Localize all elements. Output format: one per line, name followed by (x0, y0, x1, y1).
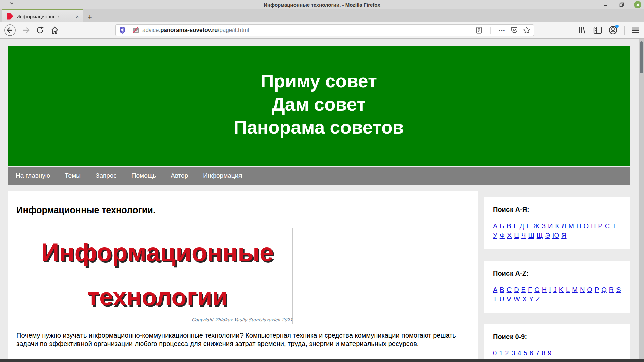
letter-link[interactable]: Т (612, 222, 616, 230)
digit-link[interactable]: 2 (505, 349, 509, 357)
letter-link[interactable]: L (566, 286, 570, 293)
digit-link[interactable]: 0 (493, 349, 497, 357)
letter-link[interactable]: I (549, 286, 551, 293)
letter-link[interactable]: X (522, 295, 527, 303)
letter-link[interactable]: Ж (533, 222, 539, 230)
letter-link[interactable]: Щ (537, 232, 543, 239)
tab-close-icon[interactable]: × (75, 14, 79, 19)
letter-link[interactable]: Q (601, 286, 607, 293)
hamburger-menu-icon[interactable] (631, 27, 639, 34)
letter-link[interactable]: J (553, 286, 557, 293)
reload-button[interactable] (36, 26, 44, 34)
restore-button[interactable] (618, 1, 625, 8)
letter-link[interactable]: Н (576, 222, 581, 230)
letter-link[interactable]: Л (561, 222, 566, 230)
letter-link[interactable]: H (542, 286, 547, 293)
letter-link[interactable]: К (555, 222, 559, 230)
letter-link[interactable]: T (493, 295, 497, 303)
digit-link[interactable]: 5 (524, 349, 527, 357)
site-nav-link[interactable]: Автор (171, 172, 188, 179)
letter-link[interactable]: П (591, 222, 596, 230)
digit-link[interactable]: 6 (530, 349, 533, 357)
tracking-protection-shield-icon[interactable] (119, 26, 126, 34)
tab-informacionnye[interactable]: Информационные × (2, 9, 83, 22)
letter-link[interactable]: Э (545, 232, 550, 239)
forward-button[interactable] (22, 26, 30, 34)
reader-mode-icon[interactable] (476, 26, 482, 34)
letter-link[interactable]: М (568, 222, 574, 230)
letter-link[interactable]: У (493, 232, 497, 239)
letter-link[interactable]: Ю (552, 232, 559, 239)
letter-link[interactable]: P (595, 286, 599, 293)
letter-link[interactable]: O (587, 286, 592, 293)
letter-link[interactable]: А (493, 222, 497, 230)
close-button[interactable] (634, 1, 641, 8)
letter-link[interactable]: И (548, 222, 553, 230)
site-nav-link[interactable]: Информация (203, 172, 242, 179)
url-path: /page/it.html (218, 27, 249, 33)
letter-link[interactable]: Р (598, 222, 602, 230)
digit-link[interactable]: 8 (542, 349, 545, 357)
letter-link[interactable]: W (514, 295, 520, 303)
page-actions-icon[interactable]: ••• (499, 28, 505, 33)
url-text[interactable]: advice.panorama-sovetov.ru/page/it.html (142, 27, 472, 34)
site-nav-link[interactable]: Помощь (131, 172, 156, 179)
letter-link[interactable]: Ч (521, 232, 526, 239)
letter-link[interactable]: Б (500, 222, 504, 230)
digit-link[interactable]: 1 (499, 349, 503, 357)
letter-link[interactable]: N (580, 286, 585, 293)
letter-link[interactable]: U (499, 295, 504, 303)
letter-link[interactable]: Y (529, 295, 533, 303)
digit-link[interactable]: 4 (518, 349, 521, 357)
letter-link[interactable]: Z (536, 295, 540, 303)
sidebar-toggle-icon[interactable] (593, 26, 602, 34)
new-tab-button[interactable]: + (88, 14, 92, 21)
letter-link[interactable]: D (514, 286, 519, 293)
letter-link[interactable]: С (605, 222, 610, 230)
toolbar-right-buttons (578, 26, 641, 35)
letter-link[interactable]: B (500, 286, 504, 293)
url-bar[interactable]: advice.panorama-sovetov.ru/page/it.html … (115, 24, 534, 36)
letter-link[interactable]: R (609, 286, 614, 293)
digit-link[interactable]: 9 (548, 349, 551, 357)
letter-link[interactable]: S (616, 286, 621, 293)
window-title: Информационные технологии. - Mozilla Fir… (0, 2, 644, 8)
letter-link[interactable]: Ф (500, 232, 505, 239)
page-scrollbar[interactable] (639, 39, 644, 359)
home-button[interactable] (50, 26, 59, 35)
letter-link[interactable]: О (583, 222, 589, 230)
letter-link[interactable]: Х (507, 232, 512, 239)
pocket-icon[interactable] (511, 27, 518, 34)
letter-link[interactable]: G (534, 286, 540, 293)
scrollbar-thumb[interactable] (640, 41, 643, 73)
letter-link[interactable]: C (507, 286, 512, 293)
letter-link[interactable]: M (572, 286, 578, 293)
letter-link[interactable]: V (507, 295, 511, 303)
digit-links-row: 0123456789 (493, 349, 621, 358)
back-button[interactable] (4, 24, 16, 36)
digit-link[interactable]: 3 (511, 349, 515, 357)
letter-link[interactable]: Ц (514, 232, 519, 239)
site-nav-link[interactable]: Запрос (96, 172, 117, 179)
letter-link[interactable]: Е (526, 222, 531, 230)
letter-link[interactable]: З (542, 222, 546, 230)
letter-link[interactable]: Я (561, 232, 566, 239)
letter-link[interactable]: Ш (528, 232, 534, 239)
url-domain: panorama-sovetov.ru (160, 27, 218, 33)
digit-link[interactable]: 7 (536, 349, 539, 357)
letter-link[interactable]: F (528, 286, 532, 293)
letter-link[interactable]: A (493, 286, 497, 293)
letter-link[interactable]: K (559, 286, 564, 293)
letter-link[interactable]: Д (520, 222, 524, 230)
bookmark-star-icon[interactable] (523, 26, 530, 34)
library-icon[interactable] (578, 26, 587, 34)
account-icon[interactable] (609, 26, 618, 35)
letter-link[interactable]: Г (514, 222, 517, 230)
letter-link[interactable]: В (506, 222, 511, 230)
site-nav-link[interactable]: Темы (65, 172, 81, 179)
letter-link[interactable]: E (521, 286, 526, 293)
blocked-images-icon[interactable] (132, 27, 140, 34)
site-nav-link[interactable]: На главную (16, 172, 50, 179)
urlbar-actions: ••• (472, 26, 530, 34)
minimize-button[interactable] (602, 1, 609, 8)
